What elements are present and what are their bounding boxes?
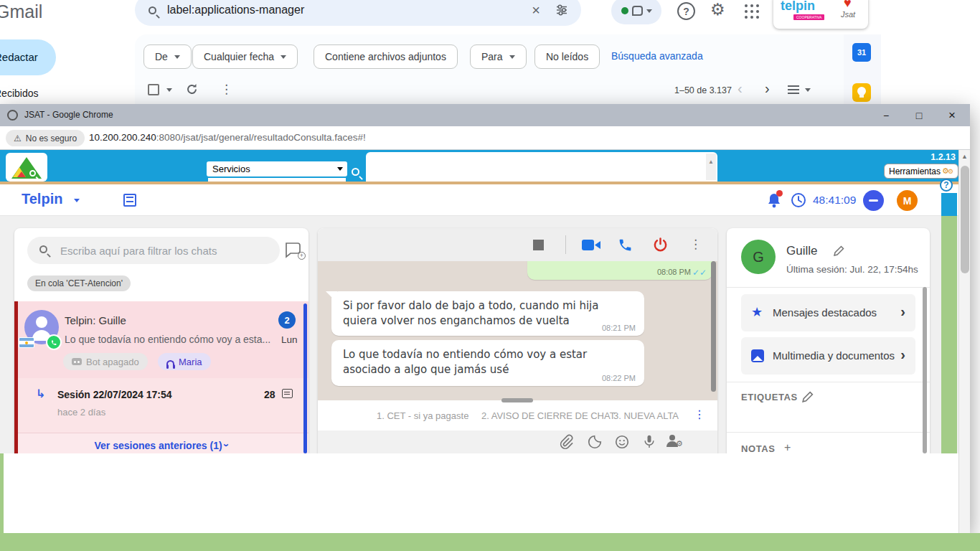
density-dropdown-icon[interactable] bbox=[805, 88, 811, 92]
filter-chip-de[interactable]: De bbox=[143, 44, 192, 69]
quick-replies-menu-icon[interactable]: ⋮ bbox=[694, 408, 705, 421]
page-help-icon[interactable]: ? bbox=[940, 179, 953, 192]
search-icon bbox=[149, 6, 156, 14]
contact-panel-scrollbar[interactable] bbox=[923, 287, 927, 453]
filter-chip-no-leidos[interactable]: No leídos bbox=[534, 44, 600, 69]
argentina-flag-icon bbox=[19, 337, 34, 348]
advanced-search-link[interactable]: Búsqueda avanzada bbox=[611, 50, 703, 62]
scrollbar-up-icon[interactable]: ▲ bbox=[961, 153, 968, 160]
scroll-up-icon[interactable]: ▲ bbox=[708, 159, 714, 165]
notification-dot bbox=[776, 190, 783, 197]
sticker-icon[interactable] bbox=[587, 434, 603, 450]
power-off-icon[interactable] bbox=[652, 237, 669, 253]
density-icon[interactable] bbox=[788, 85, 799, 94]
logo-magnifier-icon bbox=[29, 170, 36, 176]
filter-chip-fecha[interactable]: Cualquier fecha bbox=[192, 44, 298, 69]
emoji-icon[interactable] bbox=[614, 434, 630, 450]
stop-icon[interactable] bbox=[533, 240, 544, 250]
searchbox-scrollbar[interactable]: ▲ bbox=[706, 154, 716, 180]
select-dropdown-icon[interactable] bbox=[166, 88, 172, 92]
service-select[interactable]: Servicios bbox=[207, 161, 347, 176]
apps-grid-icon[interactable] bbox=[745, 4, 748, 7]
help-icon[interactable]: ? bbox=[677, 2, 695, 20]
session-row[interactable]: ↳ Sesión 22/07/2024 17:54 28 hace 2 días bbox=[14, 378, 308, 433]
quick-reply-1[interactable]: 1. CET - si ya pagaste bbox=[377, 410, 468, 421]
more-options-icon[interactable]: ⋮ bbox=[220, 82, 232, 97]
filter-chip-para[interactable]: Para bbox=[470, 44, 527, 69]
video-call-icon[interactable] bbox=[582, 239, 600, 251]
queue-chip[interactable]: En cola 'CET-Atencion' bbox=[27, 276, 131, 291]
minimize-button[interactable]: − bbox=[870, 104, 903, 126]
scrollbar-thumb[interactable] bbox=[961, 166, 969, 273]
sidebar-item-inbox[interactable]: Recibidos bbox=[0, 88, 38, 99]
conversation-menu-icon[interactable]: ⋮ bbox=[689, 237, 702, 252]
status-toggle-button[interactable] bbox=[863, 190, 884, 211]
previous-sessions-link[interactable]: Ver sesiones anteriores (1) › bbox=[94, 440, 228, 451]
selected-chat-marker bbox=[14, 301, 18, 453]
calendar-icon[interactable]: 31 bbox=[852, 43, 871, 62]
messages-scrollbar[interactable] bbox=[711, 261, 716, 392]
select-caret-icon bbox=[337, 167, 343, 171]
chat-list-item[interactable]: Telpin: Guille 2 Lo que todavía no entie… bbox=[14, 301, 308, 378]
drag-handle[interactable] bbox=[501, 398, 533, 402]
header-search-box[interactable]: ▲ bbox=[366, 152, 717, 182]
margin-blue-strip bbox=[941, 193, 957, 216]
url-bar[interactable]: ⚠ No es seguro 10.200.200.240:8080/jsat/… bbox=[0, 126, 970, 150]
search-options-icon[interactable] bbox=[555, 4, 568, 17]
page-prev-icon[interactable]: ‹ bbox=[738, 80, 743, 97]
composer-bar[interactable]: ⚙ bbox=[318, 430, 717, 453]
close-button[interactable]: × bbox=[936, 104, 969, 126]
refresh-icon[interactable] bbox=[185, 83, 199, 96]
security-badge[interactable]: ⚠ No es seguro bbox=[6, 130, 85, 146]
gmail-search-value[interactable]: label:applications-manager bbox=[167, 4, 304, 17]
pagination-label: 1–50 de 3.137 bbox=[674, 85, 732, 95]
window-titlebar[interactable]: JSAT - Google Chrome − □ × bbox=[0, 104, 970, 126]
messages-area[interactable]: 08:08 PM ✓✓ Si por favor dalo de bajo a … bbox=[318, 261, 717, 400]
maximize-button[interactable]: □ bbox=[903, 104, 936, 126]
select-all-checkbox[interactable] bbox=[148, 84, 159, 95]
add-note-icon[interactable]: + bbox=[784, 441, 791, 453]
chevron-down-icon bbox=[646, 9, 652, 13]
brand-menu[interactable]: Telpin bbox=[22, 191, 62, 207]
chat-list-scrollbar[interactable] bbox=[303, 303, 307, 453]
sessions-table-icon[interactable] bbox=[123, 194, 136, 207]
keep-icon[interactable] bbox=[852, 83, 871, 102]
header-search-icon[interactable] bbox=[352, 168, 359, 176]
chat-filter-field[interactable] bbox=[27, 237, 280, 264]
edit-labels-pencil-icon[interactable] bbox=[801, 390, 814, 403]
new-chat-icon[interactable]: + bbox=[284, 241, 304, 260]
session-ago: hace 2 días bbox=[57, 407, 105, 418]
compose-button[interactable]: Redactar bbox=[0, 39, 56, 75]
filter-chip-adjuntos[interactable]: Contiene archivos adjuntos bbox=[314, 44, 458, 69]
media-docs-button[interactable]: Multimedia y documentos › bbox=[741, 337, 915, 375]
quick-replies-bar: 1. CET - si ya pagaste 2. AVISO DE CIERR… bbox=[318, 400, 717, 430]
session-title: Sesión 22/07/2024 17:54 bbox=[57, 389, 172, 400]
brand-caret-icon[interactable] bbox=[74, 199, 80, 202]
url-text[interactable]: 10.200.200.240:8080/jsat/jsat/general/re… bbox=[89, 132, 366, 143]
quick-reply-3[interactable]: 3. NUEVA ALTA bbox=[613, 410, 679, 421]
mic-icon[interactable] bbox=[642, 433, 656, 451]
user-avatar[interactable]: M bbox=[897, 190, 918, 211]
gmail-search-bar[interactable]: label:applications-manager × bbox=[135, 0, 581, 26]
jsat-logo[interactable] bbox=[6, 153, 47, 182]
bottom-white-panel bbox=[4, 453, 958, 533]
bot-status-tag[interactable]: Bot apagado bbox=[63, 353, 148, 370]
starred-messages-button[interactable]: ★ Mensajes destacados › bbox=[741, 294, 915, 331]
labels-title: ETIQUETAS bbox=[741, 392, 798, 402]
edit-name-pencil-icon[interactable] bbox=[833, 245, 845, 257]
telpin-logo: telpin bbox=[781, 0, 815, 14]
gear-icon[interactable]: ⚙ bbox=[710, 0, 725, 19]
clear-search-icon[interactable]: × bbox=[532, 2, 540, 19]
chat-filter-input[interactable] bbox=[60, 237, 268, 264]
phone-call-icon[interactable] bbox=[618, 237, 633, 253]
page-next-icon[interactable]: › bbox=[765, 80, 770, 97]
tools-button[interactable]: Herramientas ⚙⚙ bbox=[884, 164, 958, 179]
timer-clock-icon[interactable] bbox=[791, 192, 806, 208]
agent-tag[interactable]: Maria bbox=[158, 353, 211, 370]
attach-icon[interactable] bbox=[558, 434, 574, 450]
quick-reply-2[interactable]: 2. AVISO DE CIERRE DE CHAT bbox=[481, 410, 616, 421]
app-version: 1.2.13 bbox=[890, 152, 956, 162]
chat-status-pill[interactable] bbox=[611, 0, 661, 24]
chevron-down-icon bbox=[281, 55, 286, 59]
browser-scrollbar[interactable]: ▲ bbox=[958, 150, 970, 533]
